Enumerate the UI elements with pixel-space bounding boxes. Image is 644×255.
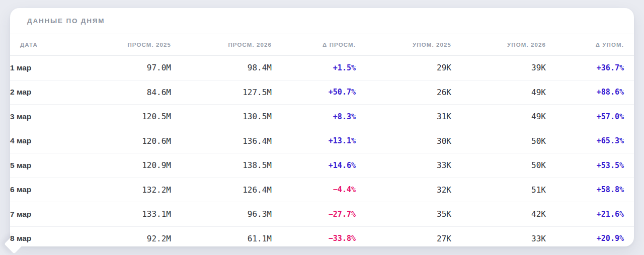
card-title: ДАННЫЕ ПО ДНЯМ [27,17,105,25]
cell-date: 6 мар [10,178,91,202]
col-header-mentions-delta: Δ УПОМ. [546,34,634,56]
cell-date: 2 мар [10,80,91,105]
daily-data-card: ДАННЫЕ ПО ДНЯМ ДАТА ПРОСМ. 2025 ПРО [10,8,634,246]
cell-mentions-delta: +58.8% [546,178,634,202]
cell-views-delta: +13.1% [272,129,356,153]
cell-views-delta: −4.4% [272,178,356,202]
cell-mentions-2025: 35K [356,202,451,227]
col-header-views-2026: ПРОСМ. 2026 [171,34,272,56]
cell-mentions-2026: 50K [451,129,546,153]
cell-views-2025: 133.1M [91,202,171,227]
cell-views-2025: 92.2M [91,226,171,250]
cell-views-delta: +50.7% [272,80,356,105]
cell-views-2026: 127.5M [171,80,272,105]
table-row: 6 мар132.2M126.4M−4.4%32K51K+58.8% [10,178,634,202]
page-background: ДАННЫЕ ПО ДНЯМ ДАТА ПРОСМ. 2025 ПРО [0,0,644,255]
cell-mentions-2026: 33K [451,226,546,250]
daily-data-table: ДАТА ПРОСМ. 2025 ПРОСМ. 2026 Δ ПРОСМ. УП… [10,34,634,250]
cell-mentions-2026: 49K [451,80,546,105]
card-header: ДАННЫЕ ПО ДНЯМ [10,8,634,34]
cell-date: 4 мар [10,129,91,153]
cell-mentions-delta: +88.6% [546,80,634,105]
table-row: 3 мар120.5M130.5M+8.3%31K49K+57.0% [10,105,634,129]
table-row: 4 мар120.6M136.4M+13.1%30K50K+65.3% [10,129,634,153]
table-header-row: ДАТА ПРОСМ. 2025 ПРОСМ. 2026 Δ ПРОСМ. УП… [10,34,634,56]
cell-mentions-2026: 42K [451,202,546,227]
cell-mentions-2025: 29K [356,56,451,80]
cell-views-2026: 136.4M [171,129,272,153]
cell-mentions-delta: +57.0% [546,105,634,129]
cell-mentions-delta: +65.3% [546,129,634,153]
cell-mentions-2025: 32K [356,178,451,202]
cell-views-delta: +14.6% [272,153,356,178]
cell-mentions-2026: 51K [451,178,546,202]
cell-mentions-delta: +53.5% [546,153,634,178]
cell-views-2026: 98.4M [171,56,272,80]
cell-views-2026: 130.5M [171,105,272,129]
cell-views-delta: +8.3% [272,105,356,129]
col-header-mentions-2026: УПОМ. 2026 [451,34,546,56]
table-row: 1 мар97.0M98.4M+1.5%29K39K+36.7% [10,56,634,80]
cell-mentions-2025: 30K [356,129,451,153]
cell-views-delta: −33.8% [272,226,356,250]
cell-views-2026: 96.3M [171,202,272,227]
table-row: 7 мар133.1M96.3M−27.7%35K42K+21.6% [10,202,634,227]
table-row: 5 мар120.9M138.5M+14.6%33K50K+53.5% [10,153,634,178]
cell-mentions-2025: 27K [356,226,451,250]
cell-views-2025: 97.0M [91,56,171,80]
cell-date: 5 мар [10,153,91,178]
cell-date: 7 мар [10,202,91,227]
col-header-date: ДАТА [10,34,91,56]
card-content: ДАННЫЕ ПО ДНЯМ ДАТА ПРОСМ. 2025 ПРО [10,8,634,246]
cell-mentions-2025: 33K [356,153,451,178]
table-row: 2 мар84.6M127.5M+50.7%26K49K+88.6% [10,80,634,105]
cell-views-delta: +1.5% [272,56,356,80]
cell-views-2025: 120.9M [91,153,171,178]
cell-mentions-2025: 31K [356,105,451,129]
cell-views-2025: 120.6M [91,129,171,153]
cell-views-2026: 61.1M [171,226,272,250]
table-header: ДАТА ПРОСМ. 2025 ПРОСМ. 2026 Δ ПРОСМ. УП… [10,34,634,56]
cell-date: 8 мар [10,226,91,250]
col-header-views-2025: ПРОСМ. 2025 [91,34,171,56]
cell-date: 1 мар [10,56,91,80]
cell-views-2025: 120.5M [91,105,171,129]
cell-mentions-delta: +20.9% [546,226,634,250]
table-body: 1 мар97.0M98.4M+1.5%29K39K+36.7%2 мар84.… [10,56,634,251]
table-row: 8 мар92.2M61.1M−33.8%27K33K+20.9% [10,226,634,250]
cell-mentions-2026: 39K [451,56,546,80]
cell-views-2025: 84.6M [91,80,171,105]
cell-mentions-delta: +36.7% [546,56,634,80]
col-header-mentions-2025: УПОМ. 2025 [356,34,451,56]
cell-mentions-2025: 26K [356,80,451,105]
cell-views-2026: 126.4M [171,178,272,202]
col-header-views-delta: Δ ПРОСМ. [272,34,356,56]
cell-views-2025: 132.2M [91,178,171,202]
cell-date: 3 мар [10,105,91,129]
cell-mentions-delta: +21.6% [546,202,634,227]
cell-mentions-2026: 50K [451,153,546,178]
cell-views-delta: −27.7% [272,202,356,227]
cell-mentions-2026: 49K [451,105,546,129]
cell-views-2026: 138.5M [171,153,272,178]
